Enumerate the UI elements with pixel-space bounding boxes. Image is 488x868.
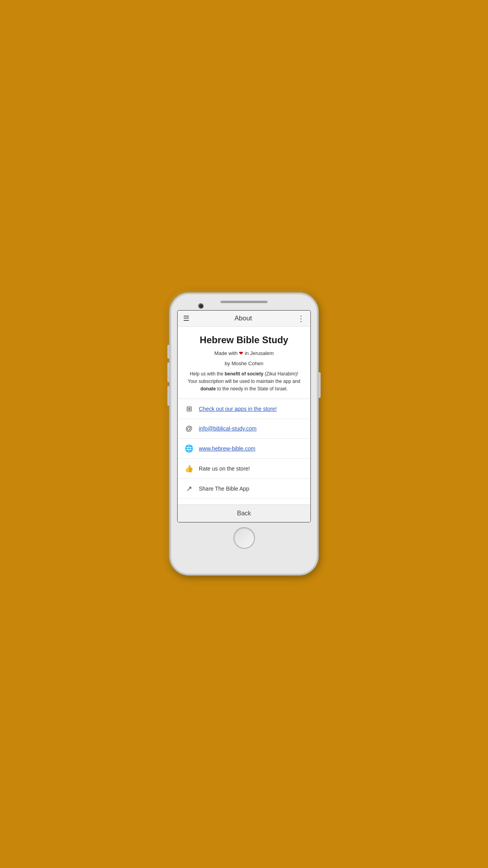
- globe-icon: 🌐: [184, 444, 194, 453]
- back-button[interactable]: Back: [178, 504, 310, 522]
- menu-item-apps-store[interactable]: ⊞Check out our apps in the store!: [178, 399, 310, 419]
- menu-label-email: info@biblical-study.com: [199, 425, 257, 432]
- hamburger-menu-icon[interactable]: ☰: [183, 315, 189, 322]
- volume-down-button[interactable]: [167, 386, 169, 406]
- subtitle-line1: Made with ❤ in Jerusalem: [185, 349, 303, 357]
- menu-item-email[interactable]: @info@biblical-study.com: [178, 419, 310, 439]
- page-title: About: [235, 314, 252, 322]
- menu-label-website: www.hebrew-bible.com: [199, 445, 255, 452]
- subtitle-text2: in Jerusalem: [245, 350, 274, 356]
- menu-item-rate[interactable]: 👍Rate us on the store!: [178, 459, 310, 479]
- menu-list: ⊞Check out our apps in the store!@info@b…: [178, 399, 310, 504]
- desc-part1: Help us with the: [190, 371, 225, 377]
- menu-label-share: Share The Bible App: [199, 485, 249, 492]
- volume-up-button[interactable]: [167, 362, 169, 382]
- menu-item-share[interactable]: ↗Share The Bible App: [178, 479, 310, 499]
- power-button[interactable]: [319, 372, 321, 398]
- description-text: Help us with the benefit of society (Zik…: [185, 370, 303, 393]
- more-options-icon[interactable]: ⋮: [297, 314, 305, 322]
- grid-icon: ⊞: [184, 405, 194, 413]
- phone-top: [171, 294, 317, 309]
- menu-item-terms[interactable]: ✎Term of Use: [178, 499, 310, 504]
- phone-screen: ☰ About ⋮ Hebrew Bible Study Made with ❤…: [177, 310, 311, 522]
- phone-speaker: [220, 301, 268, 303]
- thumbsup-icon: 👍: [184, 464, 194, 473]
- heart-icon: ❤: [239, 350, 243, 356]
- desc-bold1: benefit of society: [225, 371, 264, 377]
- hero-section: Hebrew Bible Study Made with ❤ in Jerusa…: [178, 327, 310, 399]
- menu-label-apps-store: Check out our apps in the store!: [199, 406, 277, 412]
- at-icon: @: [184, 425, 194, 433]
- desc-bold2: donate: [200, 386, 216, 392]
- app-header: ☰ About ⋮: [178, 311, 310, 327]
- phone-body: ☰ About ⋮ Hebrew Bible Study Made with ❤…: [169, 292, 319, 576]
- subtitle-line2: by Moshe Cohen: [185, 360, 303, 368]
- camera-lens: [199, 304, 204, 309]
- phone-wrapper: ☰ About ⋮ Hebrew Bible Study Made with ❤…: [161, 287, 327, 581]
- app-body: Hebrew Bible Study Made with ❤ in Jerusa…: [178, 327, 310, 504]
- menu-label-rate: Rate us on the store!: [199, 465, 250, 472]
- app-title: Hebrew Bible Study: [185, 335, 303, 346]
- subtitle-text1: Made with: [214, 350, 237, 356]
- desc-part3: to the needy in the State of Israel.: [216, 386, 288, 392]
- share-icon: ↗: [184, 484, 194, 493]
- home-button[interactable]: [233, 527, 255, 549]
- menu-item-website[interactable]: 🌐www.hebrew-bible.com: [178, 439, 310, 459]
